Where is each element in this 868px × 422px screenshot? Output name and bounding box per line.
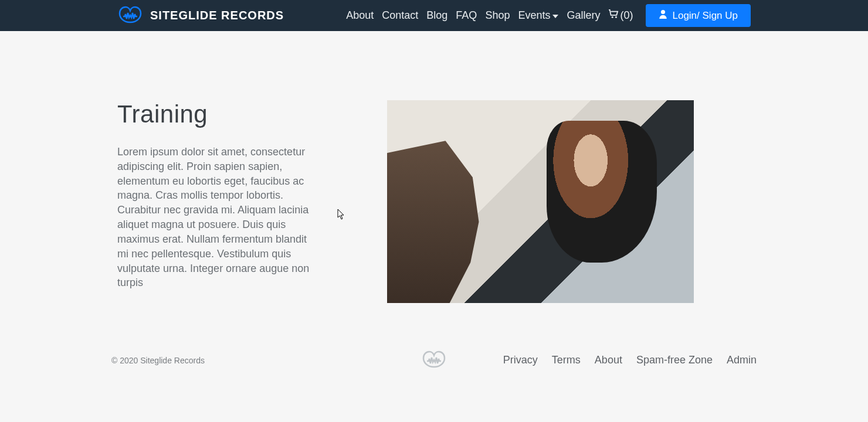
nav-links: About Contact Blog FAQ Shop Events Galle… <box>346 4 751 27</box>
text-column: Training Lorem ipsum dolor sit amet, con… <box>117 100 311 303</box>
nav-shop[interactable]: Shop <box>485 9 510 22</box>
footer-logo-icon <box>421 349 447 372</box>
nav-blog[interactable]: Blog <box>426 9 447 22</box>
nav-about[interactable]: About <box>346 9 374 22</box>
copyright: © 2020 Siteglide Records <box>111 356 205 365</box>
chevron-down-icon <box>552 15 558 18</box>
svg-point-2 <box>661 10 665 14</box>
login-signup-button[interactable]: Login/ Sign Up <box>646 4 751 27</box>
page-title: Training <box>117 100 311 128</box>
navbar: SITEGLIDE RECORDS About Contact Blog FAQ… <box>0 0 868 31</box>
cart-icon <box>608 9 619 22</box>
nav-events-label: Events <box>518 9 550 22</box>
login-label: Login/ Sign Up <box>672 10 738 22</box>
nav-contact[interactable]: Contact <box>382 9 418 22</box>
cart-button[interactable]: (0) <box>608 9 633 22</box>
footer-spam[interactable]: Spam-free Zone <box>636 354 713 366</box>
footer-about[interactable]: About <box>595 354 622 366</box>
logo-icon <box>117 5 143 27</box>
nav-gallery[interactable]: Gallery <box>567 9 600 22</box>
main-content: Training Lorem ipsum dolor sit amet, con… <box>0 31 868 350</box>
user-icon <box>659 9 667 22</box>
image-column <box>387 100 751 303</box>
footer-terms[interactable]: Terms <box>552 354 581 366</box>
nav-faq[interactable]: FAQ <box>456 9 477 22</box>
footer-privacy[interactable]: Privacy <box>503 354 538 366</box>
brand-text: SITEGLIDE RECORDS <box>150 9 284 22</box>
nav-events[interactable]: Events <box>518 9 558 22</box>
footer: © 2020 Siteglide Records Privacy Terms A… <box>0 354 868 366</box>
footer-links: Privacy Terms About Spam-free Zone Admin <box>503 354 757 366</box>
svg-point-0 <box>612 16 613 18</box>
svg-point-1 <box>615 16 617 18</box>
body-text: Lorem ipsum dolor sit amet, consectetur … <box>117 145 311 290</box>
footer-admin[interactable]: Admin <box>727 354 757 366</box>
brand[interactable]: SITEGLIDE RECORDS <box>117 5 284 27</box>
cart-count: (0) <box>620 9 633 22</box>
hero-image <box>387 100 694 303</box>
